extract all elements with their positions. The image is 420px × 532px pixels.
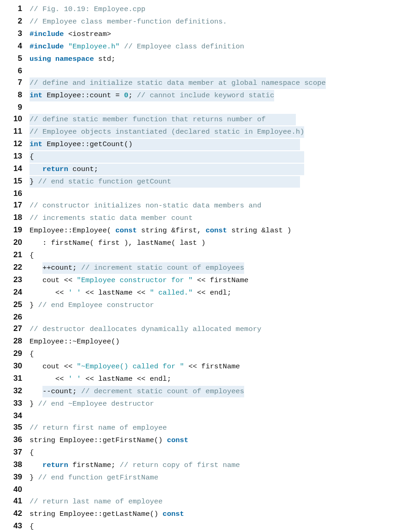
code-line: 38 return firstName; // return copy of f… [2,459,418,471]
line-number: 19 [2,224,30,236]
code-line: 10// define static member function that … [2,113,418,125]
line-number: 16 [2,188,30,199]
token-id: Employee::~Employee() [30,337,120,346]
token-kw: int [30,91,42,100]
token-id [51,55,55,63]
token-id: <iostream> [68,30,111,38]
code-segment: string Employee::getLastName() const [30,508,184,520]
code-line: 2// Employee class member-function defin… [2,15,418,28]
token-id: { [30,350,34,358]
code-line: 28Employee::~Employee() [2,335,418,348]
token-id: cout << [30,276,77,284]
line-number: 39 [2,471,30,483]
code-line: 34 [2,410,418,421]
line-number: 31 [2,372,30,384]
line-number: 34 [2,410,30,421]
code-segment: return firstName; // return copy of firs… [30,460,240,471]
token-id: std; [94,55,116,63]
token-kw: const [162,510,184,518]
token-cm: // return first name of employee [30,424,167,432]
token-kw: #include [30,42,64,51]
code-line: 37{ [2,446,418,459]
token-id [30,165,42,173]
code-segment: // Employee objects instantiated (declar… [30,126,304,138]
code-segment: cout << "Employee constructor for " << f… [30,275,248,286]
code-line: 27// destructor deallocates dynamically … [2,323,418,335]
code-line: 40 [2,484,418,495]
token-str: ' ' [68,289,81,297]
code-line: 31 << ' ' << lastName << endl; [2,372,418,385]
line-number: 8 [2,89,30,100]
token-id [30,461,42,469]
line-number: 9 [2,101,30,113]
code-segment: // define and initialize static data mem… [30,77,326,89]
line-number: 30 [2,360,30,372]
code-line: 26 [2,311,418,323]
line-number: 2 [2,15,30,27]
code-segment: --count; // decrement static count of em… [42,386,244,397]
code-line: 17// constructor initializes non-static … [2,199,418,212]
code-line: 14 return count; [2,163,418,175]
token-id [64,30,68,38]
token-str: ' ' [68,375,81,383]
token-cm: // return copy of first name [120,461,240,469]
line-number: 10 [2,113,30,124]
token-id: << lastName << [81,289,150,297]
token-id: : firstName( first ), lastName( last ) [30,239,205,247]
code-line: 7// define and initialize static data me… [2,77,418,89]
token-cm: // end Employee constructor [38,301,154,309]
code-segment [30,386,42,397]
token-cm: // Fig. 10.19: Employee.cpp [30,5,145,13]
code-segment: { [30,349,34,360]
token-id [30,387,42,396]
token-cm: // destructor deallocates dynamically al… [30,325,261,333]
line-number: 26 [2,311,30,323]
token-id: << endl; [192,289,231,297]
token-id: { [30,153,304,161]
line-number: 6 [2,65,30,77]
token-kw: #include [30,30,64,38]
code-line: 18// increments static data member count [2,212,418,224]
token-id: ; [128,91,137,100]
line-number: 15 [2,175,30,187]
token-kw: return [42,165,68,173]
token-str: "Employee.h" [68,42,120,51]
token-cm: // define and initialize static data mem… [30,79,326,87]
token-id: { [30,522,34,531]
code-line: 39} // end function getFirstName [2,471,418,484]
code-line: 9 [2,101,418,113]
line-number: 25 [2,299,30,310]
code-line: 8int Employee::count = 0; // cannot incl… [2,89,418,101]
code-listing: 1// Fig. 10.19: Employee.cpp2// Employee… [2,3,418,532]
code-line: 24 << ' ' << lastName << " called." << e… [2,286,418,299]
code-segment: // Fig. 10.19: Employee.cpp [30,4,145,15]
code-line: 35// return first name of employee [2,421,418,434]
code-line: 3#include <iostream> [2,28,418,40]
code-line: 1// Fig. 10.19: Employee.cpp [2,3,418,15]
code-segment: : firstName( first ), lastName( last ) [30,237,205,249]
token-id: } [30,400,38,408]
line-number: 4 [2,40,30,52]
token-id: firstName; [68,461,120,469]
line-number: 24 [2,286,30,298]
token-kw: namespace [55,55,94,63]
line-number: 38 [2,459,30,470]
code-segment: return count; [30,164,304,175]
code-line: 29{ [2,348,418,360]
code-segment: } // end ~Employee destructor [30,398,154,410]
token-id: string Employee::getLastName() [30,510,162,518]
token-id: } [30,473,38,482]
line-number: 37 [2,446,30,458]
code-segment: // destructor deallocates dynamically al… [30,324,261,335]
line-number: 20 [2,236,30,248]
code-line: 36string Employee::getFirstName() const [2,434,418,446]
token-kw: const [115,226,137,235]
token-id: cout << [30,362,77,371]
code-line: 15} // end static function getCount [2,175,418,188]
line-number: 5 [2,53,30,64]
token-num: 0 [124,91,128,100]
token-id: { [30,251,34,260]
code-segment: // return first name of employee [30,422,167,434]
code-segment: } // end static function getCount [30,176,300,188]
token-cm: // constructor initializes non-static da… [30,201,261,210]
